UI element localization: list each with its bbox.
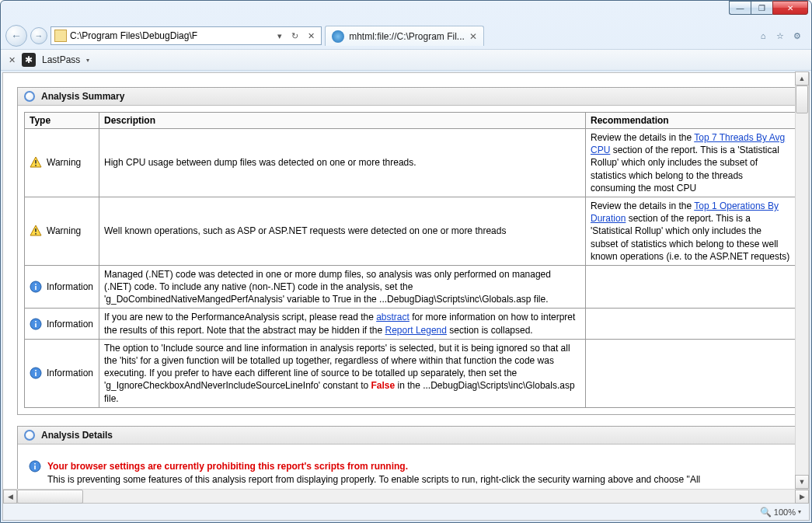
disclosure-icon [24,91,35,102]
analysis-details-header[interactable]: Analysis Details [18,427,802,445]
warning-icon [30,225,42,237]
content-viewport[interactable]: Analysis Summary Type Description Recomm… [3,73,809,489]
desc-cell: Managed (.NET) code was detected in one … [99,265,586,309]
type-label: Information [47,318,93,330]
desc-cell: If you are new to the PerformanceAnalysi… [99,309,586,339]
rec-cell [586,309,796,339]
scroll-up-button[interactable]: ▲ [795,71,809,85]
col-type: Type [25,113,99,129]
lastpass-label[interactable]: LastPass [42,54,80,65]
analysis-summary-header[interactable]: Analysis Summary [18,88,802,106]
window-buttons: — ❐ ✕ [729,1,808,15]
svg-rect-16 [34,465,36,469]
address-bar[interactable]: C:\Program Files\DebugDiag\F ▾ ↻ ✕ [51,26,322,45]
rec-cell [586,339,796,407]
scroll-left-button[interactable]: ◀ [3,490,17,504]
analysis-summary-title: Analysis Summary [41,91,124,102]
tab[interactable]: mhtml:file://C:\Program Fil... ✕ [325,26,484,46]
rec-cell [586,265,796,309]
info-icon [30,281,42,293]
forward-arrow-icon: → [35,31,44,40]
vertical-scrollbar[interactable]: ▲ ▼ [795,71,809,489]
desc-text: If you are new to the PerformanceAnalysi… [104,312,376,323]
table-row: Information If you are new to the Perfor… [25,309,796,339]
status-bar: 🔍 100% ▾ [2,504,810,521]
abstract-link[interactable]: abstract [376,312,409,323]
desc-cell: The option to 'Include source and line i… [99,339,586,407]
folder-icon [54,30,67,42]
maximize-button[interactable]: ❐ [751,1,772,15]
report-legend-link[interactable]: Report Legend [385,325,447,336]
stop-icon[interactable]: ✕ [305,31,318,41]
scroll-right-button[interactable]: ▶ [795,490,809,504]
zoom-level[interactable]: 100% [774,507,796,517]
lastpass-dropdown-icon[interactable]: ▾ [86,57,89,64]
disclosure-icon [24,430,35,441]
warning-icon [30,156,42,169]
rec-cell: Review the details in the Top 7 Threads … [586,129,796,197]
lastpass-icon[interactable]: ✱ [22,53,36,67]
horizontal-scrollbar[interactable]: ◀ ▶ [3,489,809,503]
type-label: Warning [47,156,81,169]
ie-icon [332,30,344,43]
analysis-summary-body: Type Description Recommendation [18,106,802,414]
svg-rect-10 [35,323,37,327]
rec-cell: Review the details in the Top 1 Operatio… [586,197,796,265]
details-body-text: This is preventing some features of this… [47,474,700,485]
favorites-icon[interactable]: ☆ [774,30,786,42]
address-text: C:\Program Files\DebugDiag\F [70,30,271,41]
details-headline: Your browser settings are currently proh… [47,461,408,472]
zoom-dropdown-icon[interactable]: ▾ [798,508,801,515]
hscroll-thumb[interactable] [17,490,83,504]
back-arrow-icon: ← [11,30,22,42]
scroll-down-button[interactable]: ▼ [795,475,809,489]
minimize-button[interactable]: — [729,1,751,15]
analysis-details-title: Analysis Details [41,430,113,441]
svg-rect-13 [35,372,37,376]
table-row: Warning High CPU usage between dump file… [25,129,796,197]
svg-rect-7 [35,286,37,290]
tab-close-icon[interactable]: ✕ [469,31,477,42]
vscroll-thumb[interactable] [796,85,808,113]
navigation-bar: ← → C:\Program Files\DebugDiag\F ▾ ↻ ✕ m… [1,23,811,49]
type-label: Warning [47,225,81,237]
svg-rect-14 [35,370,37,371]
col-recommendation: Recommendation [586,113,796,129]
svg-rect-2 [35,165,37,166]
desc-cell: High CPU usage between dump files was de… [99,129,586,197]
type-label: Information [47,281,93,293]
summary-table: Type Description Recommendation [24,112,796,408]
rec-text: Review the details in the [591,200,694,211]
forward-button[interactable]: → [30,27,47,44]
home-icon[interactable]: ⌂ [757,30,769,42]
back-button[interactable]: ← [5,25,27,47]
tab-label: mhtml:file://C:\Program Fil... [349,31,465,42]
svg-rect-17 [34,463,36,465]
table-row: Information The option to 'Include sourc… [25,339,796,407]
refresh-icon[interactable]: ↻ [288,31,301,41]
table-row: Warning Well known operations, such as A… [25,197,796,265]
desc-text: section is collapsed. [447,325,533,336]
false-keyword: False [371,380,395,391]
zoom-icon[interactable]: 🔍 [760,507,772,518]
details-message: Your browser settings are currently proh… [47,460,700,486]
hscroll-track[interactable] [17,490,795,504]
lastpass-toolbar: ✕ ✱ LastPass ▾ [1,49,811,71]
close-window-button[interactable]: ✕ [772,1,808,15]
desc-cell: Well known operations, such as ASP or AS… [99,197,586,265]
analysis-summary-panel: Analysis Summary Type Description Recomm… [17,87,803,415]
type-label: Information [47,367,93,379]
col-description: Description [99,113,586,129]
svg-rect-11 [35,321,37,323]
svg-rect-4 [35,228,37,232]
content-frame: Analysis Summary Type Description Recomm… [2,72,810,504]
browser-window: — ❐ ✕ ← → C:\Program Files\DebugDiag\F ▾… [0,0,812,523]
svg-rect-5 [35,233,37,235]
titlebar: — ❐ ✕ [1,1,811,23]
toolbar-close-icon[interactable]: ✕ [9,55,16,65]
vscroll-track[interactable] [795,85,809,475]
tools-gear-icon[interactable]: ⚙ [791,30,803,42]
table-header-row: Type Description Recommendation [25,113,796,129]
info-icon [30,318,42,330]
address-dropdown-icon[interactable]: ▾ [274,31,285,41]
